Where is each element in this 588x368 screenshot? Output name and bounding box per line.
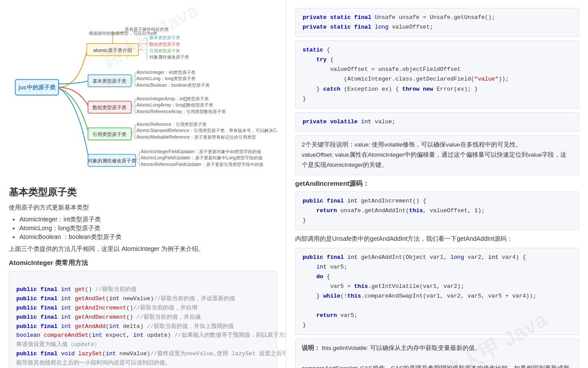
note1-text2: valueOffset: value属性在AtomicInteger中的偏移量，… xyxy=(302,150,573,170)
methods-title: AtomicInteger 类常用方法 xyxy=(9,259,277,267)
right-panel: 路人甲 Java 路人甲 Java private static final U… xyxy=(286,0,588,368)
svg-text:根据操作的数据类型，可以分为4类: 根据操作的数据类型，可以分为4类 xyxy=(89,31,157,36)
code-block-3: private volatile int value; xyxy=(295,112,579,132)
code-block-1: private static final Unsafe unsafe = Uns… xyxy=(295,8,579,37)
svg-text:AtomicReferenceFieldUpdater：原子: AtomicReferenceFieldUpdater：原子更新引用类型字段中的… xyxy=(141,162,263,167)
code-block-2: static { try { valueOffset = unsafe.obje… xyxy=(295,40,579,109)
svg-text:基本类型原子类: 基本类型原子类 xyxy=(92,78,126,84)
mindmap: juc中的原子类 atomic原子类介绍 具有原子操作特征的类 基本类型原子类 … xyxy=(9,4,277,180)
note1-text: 2个关键字段说明：value: 使用volatile修饰，可以确保value在多… xyxy=(302,140,573,150)
svg-text:atomic原子类介绍: atomic原子类介绍 xyxy=(93,48,132,53)
desc2-text: 内部调用的是Unsafe类中的getAndAddInt方法，我们看一下getAn… xyxy=(295,234,579,244)
svg-text:AtomicIntegerFieldUpdater：原子更新: AtomicIntegerFieldUpdater：原子更新对象中int类型字段… xyxy=(141,149,261,154)
svg-text:对象属性修改原子类: 对象属性修改原子类 xyxy=(149,55,189,59)
svg-text:AtomicInteger：int类型原子类: AtomicInteger：int类型原子类 xyxy=(137,70,196,75)
svg-text:引用类型原子类: 引用类型原子类 xyxy=(149,48,180,53)
svg-text:juc中的原子类: juc中的原子类 xyxy=(18,84,55,91)
svg-text:引用类型原子类: 引用类型原子类 xyxy=(92,132,126,137)
note-block-1: 2个关键字段说明：value: 使用volatile修饰，可以确保value在多… xyxy=(295,135,579,175)
intro-text: 使用原子的方式更新基本类型 xyxy=(9,202,277,213)
svg-text:AtomicLong：long类型原子类: AtomicLong：long类型原子类 xyxy=(137,76,196,81)
code-block-5: public final int getAndAddInt(Object var… xyxy=(295,248,579,335)
section-title-basic: 基本类型原子类 xyxy=(9,186,277,199)
svg-text:AtomicReference：引用类型原子类: AtomicReference：引用类型原子类 xyxy=(137,122,207,127)
svg-text:AtomicLongFieldUpdater：原子更新对象中: AtomicLongFieldUpdater：原子更新对象中Long类型字段的值 xyxy=(141,155,263,160)
getandincrement-title: getAndIncrement源码： xyxy=(295,180,579,188)
svg-line-5 xyxy=(139,36,148,44)
svg-text:数组类型原子类: 数组类型原子类 xyxy=(92,105,126,110)
svg-text:AtomicLongArray：long[]数组型原子类: AtomicLongArray：long[]数组型原子类 xyxy=(137,103,213,107)
basic-type-list: AtomicInteger：int类型原子类 AtomicLong：long类型… xyxy=(19,216,277,241)
svg-text:数组类型原子类: 数组类型原子类 xyxy=(149,42,180,47)
svg-text:AtomicBoolean：boolean类型原子类: AtomicBoolean：boolean类型原子类 xyxy=(137,83,210,88)
note-block-2: 说明： this.getIntVolatile: 可以确保从主内存中获取变量最新… xyxy=(295,339,579,368)
svg-text:AtomicMarkableReference：原子更新带有: AtomicMarkableReference：原子更新带有标记位的引用类型 xyxy=(137,135,256,140)
list-item-3: AtomicBoolean ：boolean类型原子类 xyxy=(19,233,277,241)
list-item-1: AtomicInteger：int类型原子类 xyxy=(19,216,277,224)
code-methods: public final int get() //获取当前的值 public f… xyxy=(9,271,277,368)
svg-text:AtomicStampedReference：引用类型原子类: AtomicStampedReference：引用类型原子类，带有版本号，可以解… xyxy=(137,128,277,133)
svg-text:AtomicIntegerArray：int[]类型原子类: AtomicIntegerArray：int[]类型原子类 xyxy=(137,96,209,101)
svg-text:对象的属性修改原子类: 对象的属性修改原子类 xyxy=(88,158,136,163)
desc-text: 上面三个类提供的方法几乎相同，这里以 AtomicInteger 为例子来介绍。 xyxy=(9,244,277,254)
list-item-2: AtomicLong：long类型原子类 xyxy=(19,224,277,232)
left-panel: juc中的原子类 atomic原子类介绍 具有原子操作特征的类 基本类型原子类 … xyxy=(0,0,286,368)
code-block-4: public final int getAndIncrement() { ret… xyxy=(295,191,579,230)
note2-line2: compareAndSwapInt: CAS操作，CAS的原理是拿期望的值和原本… xyxy=(302,364,573,368)
svg-text:AtomicReferenceArray：引用类型数组原子类: AtomicReferenceArray：引用类型数组原子类 xyxy=(137,109,226,114)
section-basic-type: 基本类型原子类 使用原子的方式更新基本类型 AtomicInteger：int类… xyxy=(9,186,277,368)
svg-text:基本类型原子类: 基本类型原子类 xyxy=(149,35,180,40)
note2-line1: 说明： this.getIntVolatile: 可以确保从主内存中获取变量最新… xyxy=(302,343,573,353)
